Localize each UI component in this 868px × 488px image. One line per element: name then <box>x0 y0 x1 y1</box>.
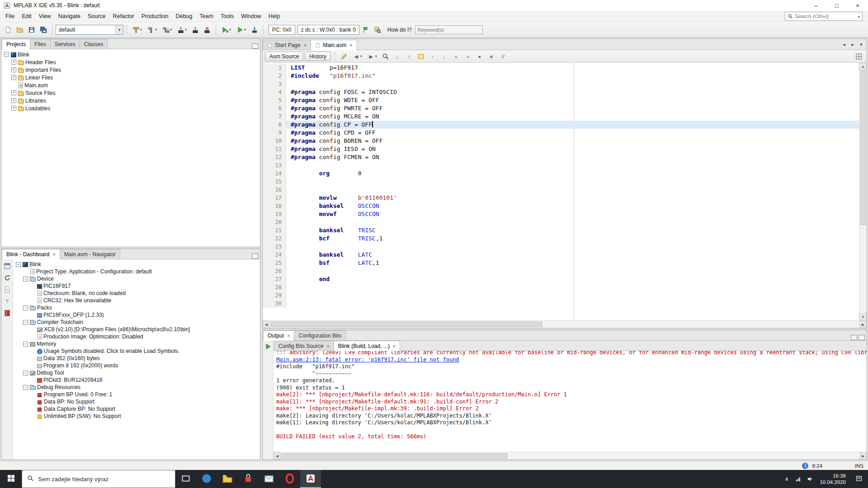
opera-button[interactable] <box>279 470 300 488</box>
mail-button[interactable] <box>259 470 279 488</box>
toggle-highlight-button[interactable] <box>415 51 426 62</box>
tree-item-packs[interactable]: −Packs <box>13 304 260 311</box>
global-search-box[interactable] <box>785 12 863 21</box>
action-center-button[interactable] <box>850 470 868 488</box>
comment-button[interactable]: // <box>498 51 509 62</box>
code-line[interactable]: 28 <box>263 283 859 291</box>
collapse-icon[interactable]: − <box>4 52 9 57</box>
tab-files[interactable]: Files <box>30 39 50 49</box>
tree-item-pic16f917[interactable]: PIC16F917 <box>13 282 260 290</box>
minimize-window-icon[interactable] <box>252 253 258 259</box>
tray-network-button[interactable] <box>793 470 804 488</box>
tab-main-asm-navigator[interactable]: Main.asm - Navigator <box>60 249 120 259</box>
close-icon[interactable]: × <box>349 42 352 48</box>
debug-run-button[interactable] <box>219 24 233 35</box>
error-link[interactable]: Main.asm:2:13: fatal error: 'p16f917.inc… <box>276 357 864 364</box>
code-line[interactable]: 26 <box>263 267 859 275</box>
split-view-button[interactable] <box>854 51 864 62</box>
scroll-right-icon[interactable] <box>859 452 867 460</box>
taskbar-search[interactable]: Sem zadejte hledaný výraz <box>22 470 175 488</box>
menu-source[interactable]: Source <box>84 12 109 21</box>
scroll-right-icon[interactable] <box>859 321 867 328</box>
shift-left-button[interactable]: « <box>451 51 462 62</box>
menu-edit[interactable]: Edit <box>18 12 35 21</box>
code-line[interactable]: 25 bsf LATC,1 <box>263 259 859 267</box>
forward-button[interactable]: ▶ <box>365 51 379 62</box>
tab-output[interactable]: Output× <box>263 330 294 341</box>
tab-start-page[interactable]: Start Page× <box>263 40 311 50</box>
menu-debug[interactable]: Debug <box>172 12 196 21</box>
scroll-down-icon[interactable] <box>859 313 867 320</box>
minimize-button[interactable]: – <box>806 0 826 11</box>
tab-classes[interactable]: Classes <box>80 39 108 49</box>
menu-team[interactable]: Team <box>196 12 217 21</box>
notification-badge[interactable]: 1 <box>802 463 808 469</box>
maximize-button[interactable]: □ <box>826 0 847 11</box>
code-line[interactable]: 14 org 0 <box>263 169 859 178</box>
error-report-button[interactable] <box>3 309 12 318</box>
run-button[interactable] <box>234 24 248 35</box>
expand-icon[interactable]: + <box>11 60 16 65</box>
save-button[interactable] <box>26 24 37 35</box>
tab-services[interactable]: Services <box>50 39 80 49</box>
tree-item-device[interactable]: −Device <box>13 275 260 282</box>
menu-file[interactable]: File <box>2 12 18 21</box>
collapse-icon[interactable]: − <box>23 385 28 390</box>
output-horizontal-scrollbar[interactable] <box>274 452 867 460</box>
scrollbar-thumb[interactable] <box>271 322 542 327</box>
code-line[interactable]: 2#include "p16f917.inc" <box>263 72 859 80</box>
code-line[interactable]: 23 <box>263 243 859 251</box>
start-macro-button[interactable]: ● <box>474 51 485 62</box>
code-line[interactable]: 8#pragma config CP = OFF <box>263 121 859 129</box>
code-line[interactable]: 17 movlw b'01100101' <box>263 194 859 202</box>
last-edit-button[interactable] <box>339 51 349 62</box>
collapse-icon[interactable]: − <box>23 320 28 325</box>
tree-item-pickit3-bur124209416[interactable]: PICkit3: BUR124209416 <box>13 376 260 384</box>
close-icon[interactable]: × <box>326 343 329 349</box>
find-previous-button[interactable]: ↑ <box>404 51 415 62</box>
tree-item-memory[interactable]: −Memory <box>13 340 260 347</box>
code-line[interactable]: 29 <box>263 291 859 300</box>
tray-volume-button[interactable] <box>805 470 816 488</box>
flag-green-button[interactable] <box>360 24 371 35</box>
collapse-icon[interactable]: − <box>23 342 28 347</box>
tree-item-blink[interactable]: −Blink <box>13 261 260 268</box>
collapse-icon[interactable]: − <box>23 277 28 282</box>
float-window-icon[interactable] <box>851 335 857 340</box>
code-line[interactable]: 24 banksel LATC <box>263 251 859 259</box>
project-properties-button[interactable] <box>3 262 12 271</box>
expand-icon[interactable]: + <box>11 75 16 80</box>
tree-item-data-capture-bp-no-support[interactable]: Data Capture BP: No Support <box>13 405 260 413</box>
minimize-window-icon[interactable] <box>859 335 865 340</box>
tree-item-xc8-v2-10-d-program-files-x86-microchip-xc8-v2-10-bin[interactable]: XC8 (v2.10) [D:\Program Files (x86)\Micr… <box>13 326 260 333</box>
open-project-button[interactable] <box>14 24 25 35</box>
expand-icon[interactable]: + <box>11 106 16 111</box>
tree-item-pic16fxxx-dfp-1-2-33[interactable]: PIC16Fxxx_DFP (1.2.33) <box>13 311 260 319</box>
close-icon[interactable]: × <box>52 252 55 257</box>
code-line[interactable]: 30 <box>263 300 859 308</box>
tab-config-bits-source[interactable]: Config Bits Source× <box>274 341 334 351</box>
close-icon[interactable]: × <box>287 333 290 338</box>
tree-item-debug-resources[interactable]: −Debug Resources <box>13 384 260 391</box>
tab-list-button[interactable]: ▾ <box>857 40 865 48</box>
code-line[interactable]: 10#pragma config BOREN = OFF <box>263 137 859 145</box>
expand-icon[interactable]: + <box>11 67 16 72</box>
code-line[interactable]: 19 movwf OSCCON <box>263 210 859 218</box>
start-button[interactable] <box>0 470 22 488</box>
collapse-icon[interactable]: − <box>23 371 28 375</box>
code-line[interactable]: 6#pragma config PWRTE = OFF <box>263 104 859 113</box>
keyword-input[interactable] <box>415 25 483 34</box>
back-button[interactable]: ◀ <box>350 51 364 62</box>
refresh-dashboard-button[interactable] <box>3 273 12 282</box>
code-line[interactable]: 22 bcf TRISC,1 <box>263 235 859 243</box>
close-icon[interactable]: × <box>304 42 307 48</box>
code-line[interactable]: 4#pragma config FOSC = INTOSCIO <box>263 88 859 96</box>
expand-icon[interactable]: + <box>11 98 16 103</box>
find-button[interactable] <box>380 51 391 62</box>
tree-item-program-bp-used-0-free-1[interactable]: Program BP Used: 0 Free: 1 <box>13 391 260 398</box>
tree-item-libraries[interactable]: +Libraries <box>1 97 260 104</box>
dashboard-help-button[interactable]: ? <box>3 297 12 306</box>
editor-horizontal-scrollbar[interactable] <box>263 320 867 328</box>
tree-item-compiler-toolchain[interactable]: −Compiler Toolchain <box>13 319 260 326</box>
menu-tools[interactable]: Tools <box>217 12 237 21</box>
